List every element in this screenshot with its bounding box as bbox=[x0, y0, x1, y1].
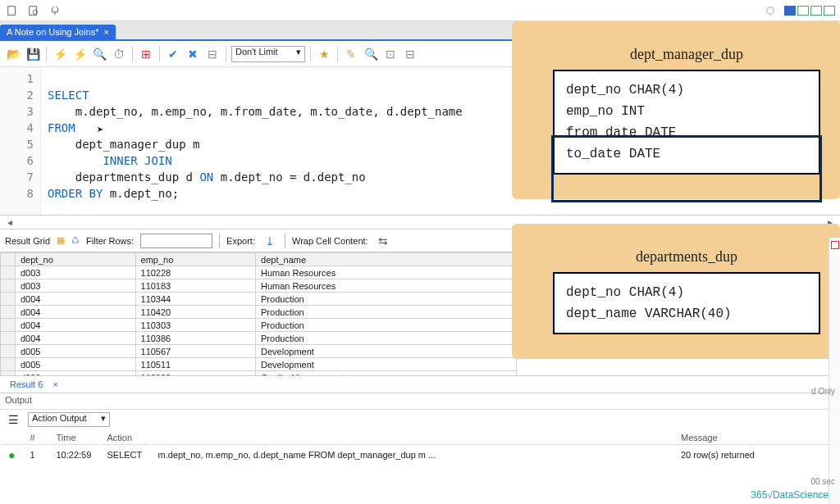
schema-icon[interactable]: ⊞ bbox=[138, 46, 154, 62]
doc-nav-icon[interactable] bbox=[5, 3, 20, 18]
open-icon[interactable]: 📂 bbox=[5, 46, 21, 62]
filter-toggle-icon[interactable]: ♺ bbox=[71, 235, 80, 246]
app-top-toolbar bbox=[0, 0, 840, 21]
line-gutter: 12345678 bbox=[0, 67, 41, 215]
commit-icon[interactable]: ✔ bbox=[165, 46, 181, 62]
explain-icon[interactable]: 🔍 bbox=[91, 46, 107, 62]
export-label: Export: bbox=[226, 236, 255, 246]
log-detail: m.dept_no, m.emp_no, d.dept_name FROM de… bbox=[151, 447, 673, 463]
code-body[interactable]: SELECT m.dept_no, m.emp_no, m.from_date,… bbox=[41, 67, 840, 215]
toggle-icon-2[interactable]: ⊟ bbox=[402, 46, 418, 62]
result-tab-close-icon[interactable]: × bbox=[48, 378, 62, 391]
execute-icon[interactable]: ⚡ bbox=[52, 46, 68, 62]
side-strip bbox=[829, 238, 840, 504]
grid-icon[interactable]: ▦ bbox=[57, 235, 65, 246]
table-row[interactable]: d004110303Production bbox=[1, 319, 517, 332]
result-tab[interactable]: Result 6 bbox=[5, 378, 48, 391]
result-grid[interactable]: dept_noemp_nodept_name d003110228Human R… bbox=[0, 252, 840, 375]
toggle-icon-1[interactable]: ⊡ bbox=[382, 46, 399, 62]
wrap-label: Wrap Cell Content: bbox=[292, 236, 368, 246]
result-grid-label: Result Grid bbox=[5, 236, 50, 246]
find-icon[interactable]: 🔍 bbox=[363, 46, 379, 62]
output-type-select[interactable]: Action Output bbox=[28, 412, 110, 427]
tab-title: A Note on Using Joins* bbox=[7, 27, 99, 37]
autocommit-icon[interactable]: ⊟ bbox=[204, 46, 221, 62]
table-row[interactable]: d004110344Production bbox=[1, 293, 517, 306]
tab-close-icon[interactable]: × bbox=[104, 27, 109, 37]
result-tab-bar: Result 6 × bbox=[0, 375, 840, 393]
table-row[interactable]: d005110567Development bbox=[1, 345, 517, 358]
output-header: Output bbox=[0, 393, 840, 410]
svg-rect-1 bbox=[30, 6, 37, 15]
sql-editor[interactable]: 12345678 SELECT m.dept_no, m.emp_no, m.f… bbox=[0, 67, 840, 215]
svg-point-3 bbox=[767, 7, 774, 14]
log-action: SELECT bbox=[100, 447, 149, 463]
log-message: 20 row(s) returned bbox=[674, 447, 838, 463]
execute-step-icon[interactable]: ⚡ bbox=[71, 46, 88, 62]
scroll-right-icon[interactable]: ► bbox=[824, 218, 837, 227]
log-time: 10:22:59 bbox=[49, 447, 98, 463]
output-log: #TimeActionMessage ● 1 10:22:59 SELECT m… bbox=[0, 429, 840, 465]
editor-scrollbar[interactable]: ◄ ► bbox=[0, 215, 840, 229]
search-doc-icon[interactable] bbox=[26, 3, 41, 18]
table-row[interactable]: d005110511Development bbox=[1, 358, 517, 371]
side-text-2: 00 sec bbox=[791, 475, 840, 488]
brand-watermark: 365√DataScience bbox=[751, 489, 829, 501]
beautify-icon[interactable]: ✎ bbox=[343, 46, 359, 62]
wrap-icon[interactable]: ⇆ bbox=[375, 233, 391, 249]
log-num: 1 bbox=[23, 447, 48, 463]
output-list-icon[interactable]: ☰ bbox=[5, 411, 21, 428]
save-icon[interactable]: 💾 bbox=[25, 46, 41, 62]
editor-tab[interactable]: A Note on Using Joins* × bbox=[0, 25, 116, 39]
rollback-icon[interactable]: ✖ bbox=[185, 46, 201, 62]
table-row[interactable]: d003110228Human Resources bbox=[1, 266, 517, 279]
stop-icon[interactable]: ⏱ bbox=[111, 46, 127, 62]
table-row[interactable]: d004110420Production bbox=[1, 306, 517, 319]
export-icon[interactable]: ⤓ bbox=[262, 233, 278, 249]
plug-icon[interactable] bbox=[48, 3, 62, 18]
table-row[interactable]: d006110800Quality Management bbox=[1, 371, 517, 376]
status-ok-icon: ● bbox=[8, 448, 15, 461]
scroll-left-icon[interactable]: ◄ bbox=[3, 218, 16, 227]
table-row[interactable]: d004110386Production bbox=[1, 332, 517, 345]
filter-input[interactable] bbox=[140, 234, 212, 248]
editor-toolbar: 📂 💾 ⚡ ⚡ 🔍 ⏱ ⊞ ✔ ✖ ⊟ Don't Limit ★ ✎ 🔍 ⊡ … bbox=[0, 41, 840, 67]
row-limit-select[interactable]: Don't Limit bbox=[231, 46, 305, 62]
filter-label: Filter Rows: bbox=[86, 236, 134, 246]
refresh-icon[interactable] bbox=[763, 3, 778, 18]
result-grid-toolbar: Result Grid ▦ ♺ Filter Rows: Export: ⤓ W… bbox=[0, 229, 840, 252]
side-text-1: d Only bbox=[791, 385, 840, 397]
svg-rect-0 bbox=[8, 6, 16, 15]
table-row[interactable]: d003110183Human Resources bbox=[1, 279, 517, 293]
output-action-bar: ☰ Action Output bbox=[0, 410, 840, 429]
favorite-icon[interactable]: ★ bbox=[316, 46, 332, 62]
log-row[interactable]: ● 1 10:22:59 SELECT m.dept_no, m.emp_no,… bbox=[2, 447, 838, 463]
tab-bar: A Note on Using Joins* × bbox=[0, 21, 840, 41]
window-layout-boxes[interactable] bbox=[784, 6, 835, 16]
side-square-icon[interactable] bbox=[831, 241, 839, 249]
